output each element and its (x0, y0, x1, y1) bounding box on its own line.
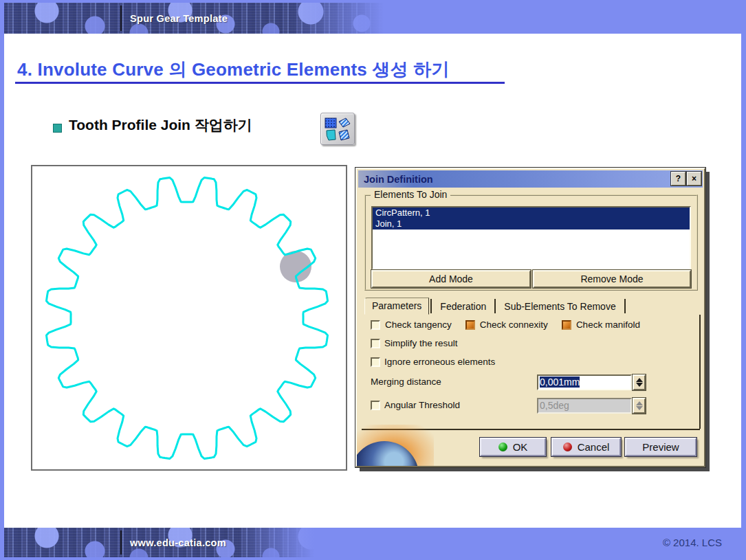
ignore-erroneous-checkbox[interactable] (371, 357, 380, 367)
list-item[interactable]: CircPattern, 1 (373, 208, 690, 219)
angular-threshold-label: Angular Threshold (384, 400, 460, 410)
title-underline (15, 82, 505, 84)
help-button[interactable]: ? (671, 172, 685, 186)
gear-viewport (31, 165, 347, 471)
merging-distance-input[interactable]: 0,001mm (537, 374, 632, 390)
tab-federation[interactable]: Federation (433, 299, 493, 315)
check-manifold-label: Check manifold (576, 320, 640, 330)
gear-drawing (32, 166, 343, 467)
page-title: 4. Involute Curve 의 Geometric Elements 생… (17, 58, 450, 82)
gear-profile-curve (47, 178, 328, 459)
angular-threshold-checkbox[interactable] (371, 401, 380, 410)
elements-to-join-group: Elements To Join CircPattern, 1Join, 1 A… (364, 194, 698, 291)
copyright-text: © 2014. LCS (663, 528, 722, 557)
simplify-result-checkbox[interactable] (371, 339, 380, 348)
merging-distance-label: Merging distance (371, 377, 441, 387)
tab-parameters[interactable]: Parameters (364, 298, 429, 315)
footer-band: www.edu-catia.com © 2014. LCS (4, 528, 741, 557)
angular-threshold-input: 0,5deg (537, 398, 632, 414)
ignore-erroneous-row: Ignore erroneous elements (371, 357, 495, 367)
header-band: Spur Gear Template (4, 3, 741, 34)
cancel-red-dot-icon (563, 443, 572, 451)
preview-button[interactable]: Preview (625, 438, 696, 456)
angular-threshold-row: Angular Threshold (371, 400, 460, 410)
preview-label: Preview (642, 441, 679, 453)
dialog-title: Join Definition (358, 174, 433, 185)
cancel-label: Cancel (578, 441, 610, 453)
parameters-tab-panel (364, 315, 701, 429)
tab-separator (430, 299, 432, 313)
check-connexity-checkbox[interactable] (465, 320, 475, 330)
check-options-row: Check tangency Check connexity Check man… (371, 320, 640, 330)
merging-distance-field: 0,001mm (537, 374, 646, 390)
header-rule (120, 5, 122, 31)
elements-to-join-label: Elements To Join (371, 189, 450, 200)
ok-green-dot-icon (498, 443, 507, 451)
check-manifold-checkbox[interactable] (562, 320, 571, 330)
remove-mode-button[interactable]: Remove Mode (533, 270, 691, 288)
dialog-tabs: Parameters Federation Sub-Elements To Re… (364, 297, 627, 315)
footer-rule (120, 530, 122, 555)
dialog-titlebar[interactable]: Join Definition (358, 170, 703, 188)
header-title: Spur Gear Template (130, 3, 228, 34)
close-icon[interactable]: × (687, 172, 701, 186)
join-definition-dialog: Join Definition ? × Elements To Join Cir… (355, 168, 705, 467)
simplify-row: Simplify the result (371, 338, 458, 348)
check-tangency-checkbox[interactable] (371, 320, 380, 330)
simplify-result-label: Simplify the result (384, 338, 458, 348)
merging-distance-value: 0,001mm (540, 377, 580, 388)
angular-threshold-spinner (633, 398, 646, 414)
merging-distance-spinner[interactable] (633, 374, 646, 390)
footer-site[interactable]: www.edu-catia.com (130, 528, 226, 557)
check-connexity-label: Check connexity (480, 320, 548, 330)
ok-label: OK (513, 441, 528, 453)
bullet-text: Tooth Profile Join 작업하기 (69, 115, 252, 135)
ok-button[interactable]: OK (480, 438, 546, 456)
tab-separator (494, 299, 496, 313)
bullet-square-icon (53, 124, 62, 133)
add-mode-button[interactable]: Add Mode (371, 270, 531, 288)
tab-separator (624, 299, 626, 313)
tab-sub-elements[interactable]: Sub-Elements To Remove (497, 299, 622, 315)
cancel-button[interactable]: Cancel (551, 438, 621, 456)
list-item[interactable]: Join, 1 (373, 219, 690, 229)
angular-threshold-field: 0,5deg (537, 398, 646, 414)
join-icon-glyph (325, 117, 351, 142)
check-tangency-label: Check tangency (385, 320, 452, 330)
join-icon[interactable] (320, 113, 355, 145)
ignore-erroneous-label: Ignore erroneous elements (384, 357, 495, 367)
elements-to-join-list[interactable]: CircPattern, 1Join, 1 (371, 206, 691, 270)
